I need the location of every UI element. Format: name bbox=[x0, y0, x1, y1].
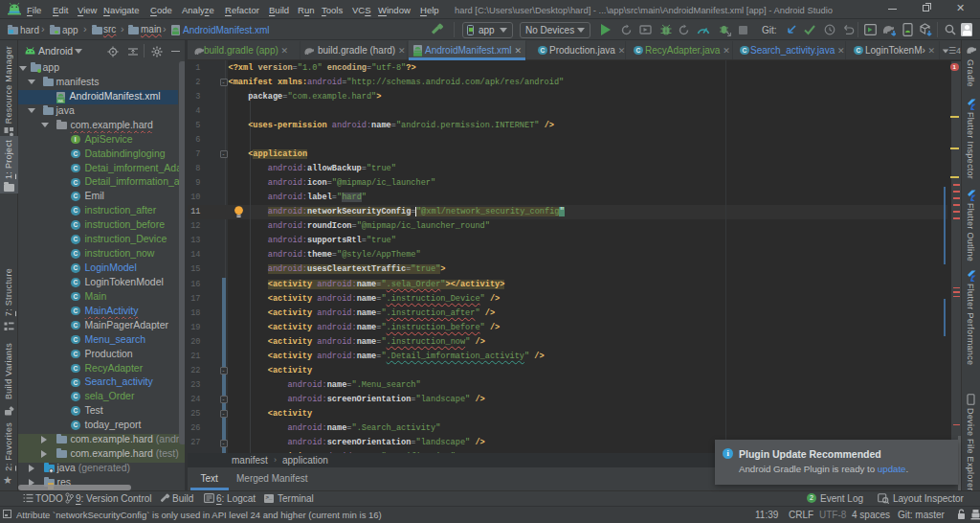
svg-text:XML: XML bbox=[57, 100, 64, 103]
